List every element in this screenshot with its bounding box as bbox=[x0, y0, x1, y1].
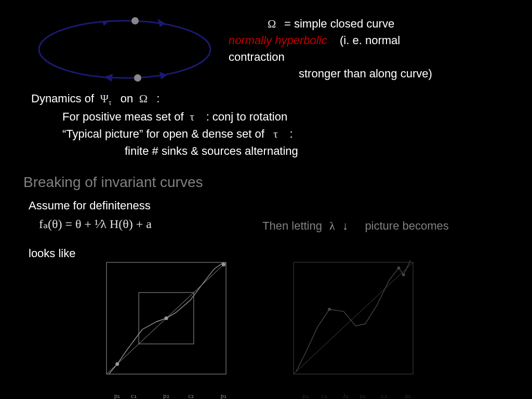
graph-looks-like: p₁c₁p₂c₂p₁ bbox=[101, 260, 231, 390]
dynamics-block: Dynamics of Ψτ on Ω : For positive meas … bbox=[31, 90, 509, 159]
looks-like: looks like bbox=[29, 247, 75, 260]
curve-description-block: Ω = simple closed curve normally hyperbo… bbox=[229, 16, 520, 82]
eq-simple-closed: = simple closed curve bbox=[284, 17, 394, 30]
down-arrow-icon: ↓ bbox=[342, 219, 352, 232]
on-word: on bbox=[121, 92, 133, 105]
svg-line-10 bbox=[294, 262, 413, 374]
breaking-heading: Breaking of invariant curves bbox=[23, 174, 203, 191]
lambda-symbol: λ bbox=[325, 219, 339, 232]
svg-point-11 bbox=[402, 273, 405, 276]
pos-meas: For positive meas set of bbox=[62, 110, 184, 123]
invariant-curve-sketch bbox=[31, 10, 218, 88]
fa-formula: fₐ(θ) = θ + ¹⁄λ H(θ) + a bbox=[39, 217, 152, 231]
ie-normal: (i. e. normal bbox=[340, 34, 400, 47]
svg-point-1 bbox=[131, 17, 139, 24]
colon1: : bbox=[156, 92, 159, 105]
colon2: : bbox=[289, 127, 292, 140]
svg-point-6 bbox=[115, 362, 119, 366]
assume-line: Assume for definiteness bbox=[29, 199, 151, 212]
typical-picture: “Typical picture” for open & dense set o… bbox=[62, 127, 264, 140]
stronger-than: stronger than along curve) bbox=[229, 65, 520, 82]
finite-sinks: finite # sinks & sources alternating bbox=[31, 142, 509, 159]
normally-hyperbolic: normally hyperbolic bbox=[229, 34, 327, 47]
contraction-word: contraction bbox=[229, 49, 520, 65]
picture-becomes: picture becomes bbox=[365, 219, 448, 232]
graph-picture-becomes: p₁c₁λ₁p₂c₂p₁ bbox=[288, 260, 418, 390]
svg-point-12 bbox=[397, 267, 400, 270]
svg-point-0 bbox=[39, 21, 210, 78]
svg-point-13 bbox=[328, 308, 331, 311]
svg-point-2 bbox=[134, 74, 141, 82]
then-letting: Then letting bbox=[262, 219, 322, 232]
then-letting-line: Then letting λ ↓ picture becomes bbox=[262, 219, 449, 233]
svg-point-7 bbox=[165, 316, 168, 320]
dynamics-of: Dynamics of bbox=[31, 92, 94, 105]
conj-rotation: : conj to rotation bbox=[206, 110, 288, 123]
svg-point-8 bbox=[222, 263, 225, 267]
